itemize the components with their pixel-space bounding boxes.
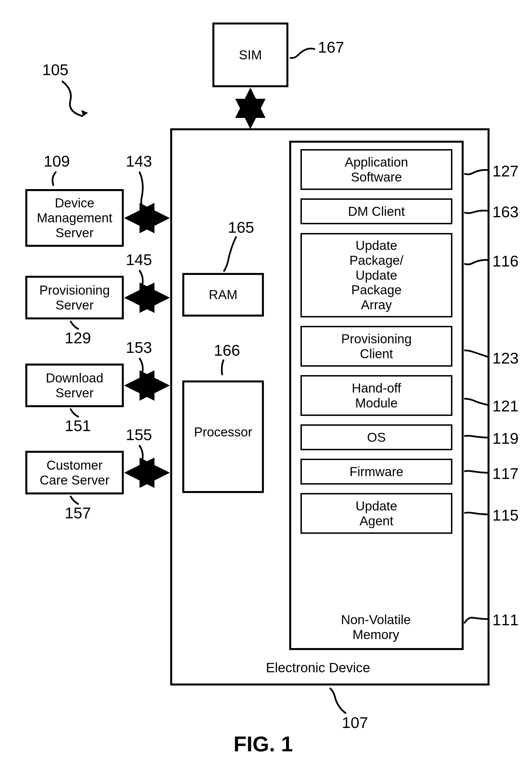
connectors-svg xyxy=(11,11,521,762)
diagram-canvas: SIM 167 Electronic Device 107 RAM 165 Pr… xyxy=(11,11,521,762)
